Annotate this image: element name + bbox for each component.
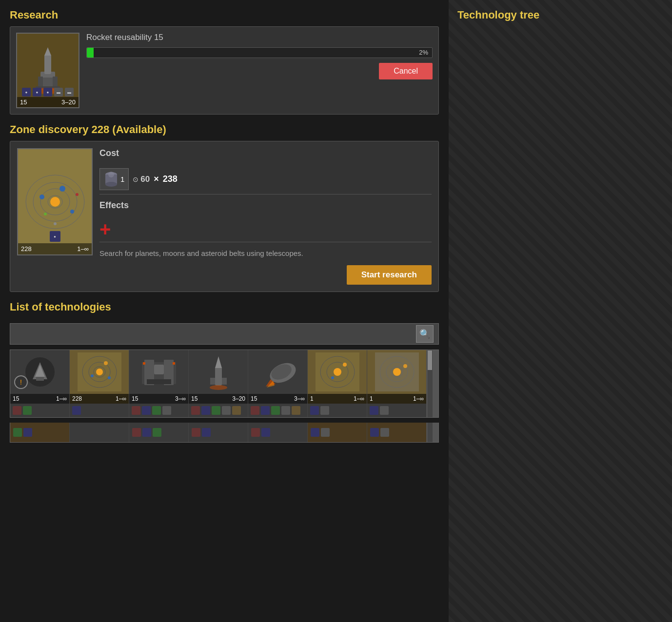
tech-list-section: List of technologies 🔍 ! 15 <box>10 301 439 443</box>
tech-resource-2a <box>72 406 81 415</box>
r2-7a <box>370 428 379 437</box>
tech-icons-3 <box>129 404 188 417</box>
svg-rect-5 <box>53 77 58 86</box>
tech-row2-item-7[interactable] <box>367 423 427 442</box>
tech-icons-7 <box>367 404 426 417</box>
t3b <box>142 406 151 415</box>
t3c <box>152 406 161 415</box>
zone-resource-icon: ● <box>50 231 60 242</box>
tech-item-4[interactable]: 15 3–20 <box>189 350 248 417</box>
tech-row2-item-5[interactable] <box>248 423 308 442</box>
zone-range: 1–∞ <box>77 245 89 253</box>
resource-icon-1: ● <box>22 88 31 97</box>
t5c <box>271 406 280 415</box>
cost-title: Cost <box>99 148 432 158</box>
tech-row2-item-4[interactable] <box>189 423 248 442</box>
tech-item-3[interactable]: 15 3–∞ <box>129 350 189 417</box>
tech-level-7: 1 <box>370 395 373 402</box>
r2-6a <box>311 428 319 437</box>
resource-circle-count: 60 <box>140 175 150 184</box>
tech-bottom-7: 1 1–∞ <box>367 394 426 404</box>
research-panel: ● ● ● ▬ ▬ 15 3–20 Rocket reusability 15 … <box>10 26 439 115</box>
tech-thumb-5 <box>248 350 307 394</box>
svg-rect-2 <box>44 55 51 74</box>
r2-4a <box>192 428 200 437</box>
svg-point-65 <box>403 364 407 368</box>
tech-icon-4 <box>197 352 240 391</box>
svg-rect-4 <box>38 77 43 86</box>
effects-content: + <box>99 216 432 242</box>
research-thumb-icons: ● ● ● ▬ ▬ <box>17 88 79 97</box>
zone-info: Cost 1 ⊙ 60 <box>99 148 432 285</box>
research-section: Research ● ● <box>10 9 439 115</box>
tech-thumb-4 <box>189 350 248 394</box>
progress-text: 2% <box>419 49 428 56</box>
tech-level-6: 1 <box>310 395 314 402</box>
tech-item-6[interactable]: 1 1–∞ <box>308 350 367 417</box>
t4a <box>191 406 200 415</box>
zone-discovery-title: Zone discovery 228 (Available) <box>10 123 439 136</box>
r2-7b <box>380 428 389 437</box>
cost-count: 238 <box>163 174 178 184</box>
search-input[interactable] <box>15 330 416 338</box>
tech-item-7[interactable]: 1 1–∞ <box>367 350 427 417</box>
tech-grid: ! 15 1–∞ <box>10 350 439 418</box>
r2-3a <box>132 428 141 437</box>
resource-icon-4: ▬ <box>54 88 63 97</box>
r2-5b <box>261 428 270 437</box>
tech-icons-1 <box>10 404 69 417</box>
t3d <box>162 406 171 415</box>
t4c <box>212 406 220 415</box>
resource-icon-3: ● <box>43 88 52 97</box>
cancel-button[interactable]: Cancel <box>379 63 433 79</box>
t7b <box>380 406 389 415</box>
t5e <box>292 406 300 415</box>
tech-bottom-2: 228 1–∞ <box>70 394 129 404</box>
svg-point-17 <box>70 210 74 214</box>
search-button[interactable]: 🔍 <box>416 325 434 343</box>
tech-grid-scrollbar[interactable] <box>427 350 433 417</box>
tech-icons-2 <box>70 404 129 417</box>
progress-bar: 2% <box>86 47 433 58</box>
tech-icon-7 <box>375 352 419 391</box>
tech-icon-2 <box>78 352 121 391</box>
cylinder-icon <box>104 171 119 188</box>
research-range: 3–20 <box>61 98 76 106</box>
tech-range-1: 1–∞ <box>56 395 67 402</box>
tech-thumb-1: ! <box>10 350 69 394</box>
tech-row2-item-1[interactable] <box>10 423 70 442</box>
zone-description: Search for planets, moons and asteroid b… <box>99 248 432 259</box>
svg-point-20 <box>54 222 57 225</box>
tech-thumb-7 <box>367 350 426 394</box>
tech-row2-item-3[interactable] <box>129 423 189 442</box>
t4b <box>201 406 210 415</box>
tech-item-2[interactable]: 228 1–∞ <box>70 350 129 417</box>
start-research-button[interactable]: Start research <box>347 265 432 285</box>
zone-thumbnail: ● 228 1–∞ <box>17 148 93 255</box>
research-info: Rocket reusability 15 2% Cancel <box>86 33 433 79</box>
tech-range-2: 1–∞ <box>116 395 126 402</box>
tech-item-5[interactable]: 15 3–∞ <box>248 350 308 417</box>
effects-title: Effects <box>99 200 432 211</box>
zone-discovery-section: Zone discovery 228 (Available) <box>10 123 439 292</box>
tech-level-1: 15 <box>13 395 19 402</box>
svg-marker-3 <box>44 47 51 56</box>
scrollbar-thumb <box>428 350 432 370</box>
svg-point-16 <box>40 194 44 199</box>
tech-range-6: 1–∞ <box>354 395 364 402</box>
t5d <box>281 406 290 415</box>
tech-item-1[interactable]: ! 15 1–∞ <box>10 350 70 417</box>
t5b <box>261 406 270 415</box>
t6a <box>310 406 319 415</box>
tech-tree-title: Technology tree <box>457 9 663 21</box>
zone-thumb-label: 228 1–∞ <box>18 243 92 254</box>
svg-rect-47 <box>222 378 227 385</box>
tech-row2-item-2[interactable] <box>70 423 129 442</box>
tech-row2-item-6[interactable] <box>308 423 367 442</box>
tech-level-4: 15 <box>191 395 198 402</box>
tech-level-3: 15 <box>132 395 138 402</box>
svg-point-33 <box>91 374 94 377</box>
svg-point-64 <box>393 368 401 376</box>
svg-point-48 <box>210 385 227 390</box>
tech-bottom-1: 15 1–∞ <box>10 394 69 404</box>
